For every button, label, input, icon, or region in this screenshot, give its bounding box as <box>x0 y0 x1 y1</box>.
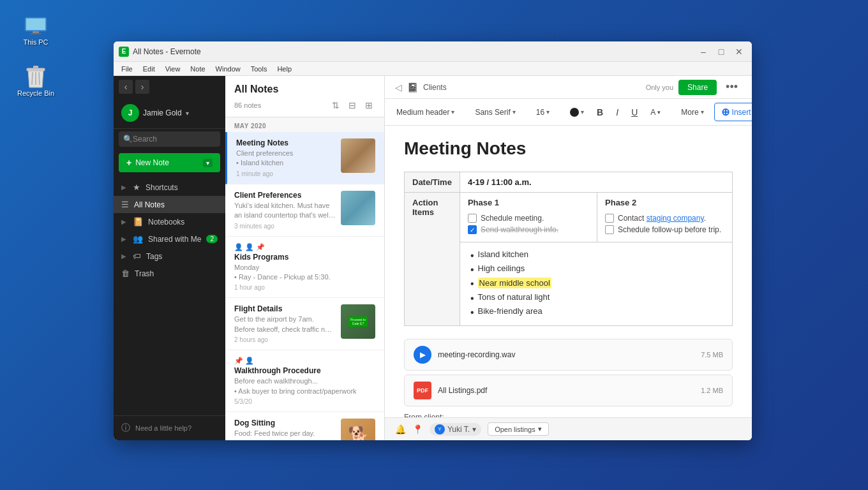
note-item-content: Meeting Notes Client preferences • Islan… <box>236 138 336 177</box>
menu-edit[interactable]: Edit <box>138 64 160 74</box>
note-item-title: Client Preferences <box>234 191 336 200</box>
note-toolbar: Medium header ▾ Sans Serif ▾ 16 ▾ ▾ <box>385 99 752 126</box>
notebook-breadcrumb[interactable]: Clients <box>423 83 447 92</box>
shared-icon: 👥 <box>133 234 143 244</box>
action-label-cell: Action Items <box>405 193 460 326</box>
search-input[interactable] <box>119 131 220 147</box>
open-listings-label: Open listings <box>495 426 535 433</box>
bullet-icon: • <box>470 292 474 304</box>
insert-label: Insert <box>732 108 751 117</box>
notes-list-panel: All Notes 86 notes ⇅ ⊟ ⊞ MAY 2020 Meetin… <box>225 76 385 440</box>
sidebar-item-trash-label: Trash <box>135 269 154 278</box>
minimize-button[interactable]: – <box>696 45 711 58</box>
play-button[interactable]: ▶ <box>414 346 431 364</box>
desktop-icon-recycle-bin-label: Recycle Bin <box>17 89 54 97</box>
menu-tools[interactable]: Tools <box>246 64 273 74</box>
maximize-button[interactable]: □ <box>714 45 729 58</box>
close-button[interactable]: ✕ <box>731 45 747 58</box>
sidebar: ‹ › J Jamie Gold ▾ 🔍 + New Note ▾ <box>114 76 225 440</box>
color-button[interactable]: ▾ <box>565 105 589 119</box>
new-note-button[interactable]: + New Note ▾ <box>119 153 220 172</box>
meeting-table: Date/Time 4-19 / 11:00 a.m. Action Items… <box>404 172 733 326</box>
user-name: Jamie Gold <box>143 108 182 117</box>
nav-forward-button[interactable]: › <box>135 80 149 94</box>
sidebar-item-all-notes[interactable]: ☰ All Notes <box>114 196 225 213</box>
note-item-preview: Food: Feed twice per day. Space meals 12… <box>234 429 336 440</box>
font-label: Sans Serif <box>475 108 510 117</box>
open-listings-arrow-icon: ▾ <box>538 425 542 433</box>
notebooks-icon: 📔 <box>133 217 143 226</box>
shortcuts-icon: ★ <box>133 182 140 192</box>
more-button[interactable]: ••• <box>722 79 742 95</box>
shared-badge: 2 <box>206 235 218 243</box>
share-button[interactable]: Share <box>678 80 717 95</box>
only-you-label: Only you <box>646 84 673 91</box>
client-item-1: • Island kitchen <box>470 249 724 262</box>
sidebar-item-trash[interactable]: 🗑 Trash <box>114 265 225 282</box>
italic-button[interactable]: I <box>611 105 624 120</box>
sort-button[interactable]: ⇅ <box>329 99 342 112</box>
desktop-icon-recycle-bin[interactable]: Recycle Bin <box>13 64 59 100</box>
note-item-flight-details[interactable]: Flight Details Get to the airport by 7am… <box>225 298 384 350</box>
sidebar-item-shortcuts[interactable]: ▶ ★ Shortcuts <box>114 179 225 196</box>
author-avatar: Y <box>435 424 445 434</box>
view-button[interactable]: ⊞ <box>363 99 375 112</box>
note-item-client-prefs[interactable]: Client Preferences Yuki's ideal kitchen.… <box>225 184 384 237</box>
sidebar-item-shared-label: Shared with Me <box>148 235 201 244</box>
note-item-dog-sitting[interactable]: Dog Sitting Food: Feed twice per day. Sp… <box>225 412 384 440</box>
insert-button[interactable]: ⊕ Insert ▾ <box>714 103 752 121</box>
note-item-meeting-notes[interactable]: Meeting Notes Client preferences • Islan… <box>225 132 384 184</box>
menu-help[interactable]: Help <box>272 64 297 74</box>
svg-rect-5 <box>33 66 38 69</box>
menu-window[interactable]: Window <box>211 64 246 74</box>
phase2-cell: Phase 2 Contact staging company. Schedul… <box>597 193 733 242</box>
sidebar-item-all-notes-label: All Notes <box>134 200 165 209</box>
client-pref-cell: • Island kitchen • High ceilings • Near … <box>460 242 732 326</box>
client-item-3-text: Near middle school <box>478 278 551 288</box>
sidebar-user-header[interactable]: J Jamie Gold ▾ <box>114 98 225 129</box>
open-listings-button[interactable]: Open listings ▾ <box>488 422 549 436</box>
menu-file[interactable]: File <box>116 64 138 74</box>
header-style-button[interactable]: Medium header ▾ <box>391 105 460 119</box>
menu-note[interactable]: Note <box>185 64 210 74</box>
staging-link[interactable]: staging company <box>647 214 704 223</box>
note-item-kids-programs[interactable]: 👤 👤 📌 Kids Programs Monday• Ray - Dance … <box>225 237 384 299</box>
font-size-arrow-icon: ▾ <box>546 108 550 115</box>
header-style-label: Medium header <box>396 108 449 117</box>
font-size-button[interactable]: 16 ▾ <box>531 105 555 119</box>
notes-list-title: All Notes <box>234 84 375 95</box>
checkbox-2[interactable]: ✓ <box>468 225 477 234</box>
sidebar-item-shared[interactable]: ▶ 👥 Shared with Me 2 <box>114 230 225 248</box>
bell-icon[interactable]: 🔔 <box>395 424 406 434</box>
nav-back-button[interactable]: ‹ <box>119 80 133 94</box>
phase1-item-1-text: Schedule meeting. <box>481 214 544 223</box>
sidebar-item-tags[interactable]: ▶ 🏷 Tags <box>114 248 225 265</box>
underline-button[interactable]: U <box>626 105 643 120</box>
checkbox-1[interactable] <box>468 214 477 223</box>
checkbox-4[interactable] <box>605 225 614 234</box>
bold-button[interactable]: B <box>592 105 608 120</box>
help-item[interactable]: ⓘ Need a little help? <box>121 422 218 434</box>
filter-button[interactable]: ⊟ <box>346 99 359 112</box>
checkbox-3[interactable] <box>605 214 614 223</box>
note-item-title: Flight Details <box>234 304 336 313</box>
new-note-dropdown-icon[interactable]: ▾ <box>203 159 213 167</box>
bullet-icon: • <box>470 249 474 262</box>
font-button[interactable]: Sans Serif ▾ <box>470 105 520 119</box>
sidebar-nav: ▶ ★ Shortcuts ☰ All Notes ▶ 📔 Notebooks … <box>114 176 225 415</box>
location-icon[interactable]: 📍 <box>412 424 423 434</box>
note-item-walkthrough[interactable]: 📌 👤 Walkthrough Procedure Before each wa… <box>225 350 384 412</box>
client-item-3: • Near middle school <box>470 278 724 290</box>
note-item-time: 3 minutes ago <box>234 223 336 230</box>
desktop-icon-this-pc[interactable]: This PC <box>13 13 59 48</box>
more-formatting-button[interactable]: More ▾ <box>676 105 708 119</box>
sidebar-item-notebooks[interactable]: ▶ 📔 Notebooks <box>114 213 225 230</box>
font-options-button[interactable]: A▾ <box>645 105 666 119</box>
svg-line-8 <box>39 72 40 85</box>
trash-icon: 🗑 <box>121 269 130 278</box>
menu-view[interactable]: View <box>160 64 186 74</box>
person-icon: 👤 <box>245 357 254 365</box>
note-item-content: Dog Sitting Food: Feed twice per day. Sp… <box>234 419 336 440</box>
phase1-item-2: ✓ Send walkthrough info. <box>468 225 589 234</box>
note-editor-area[interactable]: Meeting Notes Date/Time 4-19 / 11:00 a.m… <box>385 126 752 417</box>
